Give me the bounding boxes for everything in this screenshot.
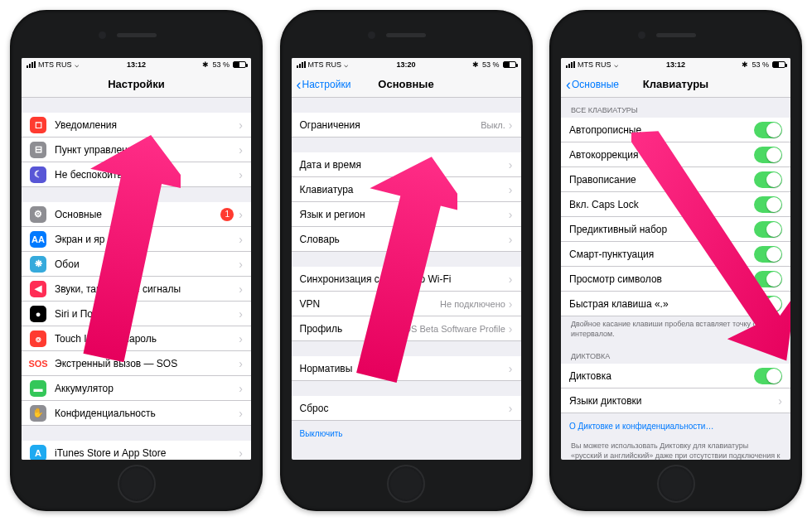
row-label: Словарь (300, 234, 509, 245)
chevron-right-icon: › (239, 332, 243, 345)
navbar: ‹Настройки Основные (292, 71, 521, 98)
list-item[interactable]: ❋Обои› (22, 252, 251, 277)
toggle-switch[interactable] (754, 196, 782, 213)
chevron-right-icon: › (509, 208, 513, 221)
list-item[interactable]: VPNНе подключено› (292, 292, 521, 316)
home-button[interactable] (387, 465, 425, 503)
row-label: Дата и время (300, 159, 509, 171)
toggle-switch[interactable] (754, 221, 782, 238)
list-item[interactable]: ◀Звуки, тактильные сигналы› (22, 277, 251, 302)
list-item[interactable]: ⌾Touch ID и код-пароль› (22, 326, 251, 351)
list-item[interactable]: Предиктивный набор (561, 217, 790, 242)
toggle-switch[interactable] (754, 171, 782, 188)
row-label: Touch ID и код-пароль (55, 333, 239, 345)
page-title: Настройки (108, 78, 165, 90)
list-item[interactable]: Быстрая клавиша «.» (561, 292, 790, 316)
back-button[interactable]: ‹Настройки (297, 71, 351, 98)
row-detail: iOS Beta Software Profile (402, 324, 505, 334)
toggle-switch[interactable] (754, 368, 782, 384)
app-icon: ☾ (30, 166, 46, 183)
back-button[interactable]: ‹Основные (566, 71, 619, 98)
chevron-right-icon: › (509, 273, 513, 286)
wifi-icon: ⌵ (614, 60, 618, 69)
list-item[interactable]: Клавиатура› (292, 177, 521, 202)
list-item[interactable]: AAЭкран и яр› (22, 227, 251, 252)
back-label: Настройки (302, 79, 351, 90)
battery-pct: 53 % (752, 60, 769, 69)
row-label: Экстренный вызов — SOS (55, 358, 239, 369)
bluetooth-icon: ✱ (472, 60, 479, 69)
list-item[interactable]: Диктовка (561, 364, 790, 388)
list-item[interactable]: ПрофильiOS Beta Software Profile› (292, 316, 521, 341)
row-label: О Диктовке и конфиденциальности… (569, 422, 782, 431)
list-item[interactable]: Смарт-пунктуация (561, 242, 790, 267)
list-item[interactable]: ☾Не беспокоить› (22, 162, 251, 187)
list-item[interactable]: Нормативы› (292, 356, 521, 381)
list-item[interactable]: SOSЭкстренный вызов — SOS› (22, 351, 251, 376)
list-item[interactable]: Вкл. Caps Lock (561, 192, 790, 217)
battery-icon (233, 61, 246, 68)
list-item[interactable]: ◻Уведомления› (22, 113, 251, 138)
section-header: ДИКТОВКА (561, 344, 790, 364)
list-item[interactable]: Выключить (292, 421, 521, 446)
status-bar: MTS RUS⌵ 13:12 ✱53 % (561, 58, 790, 71)
row-label: Уведомления (55, 119, 239, 131)
keyboards-list[interactable]: ВСЕ КЛАВИАТУРЫАвтопрописныеАвтокоррекция… (561, 98, 790, 460)
row-label: Синхронизация с iTunes по Wi-Fi (300, 273, 509, 285)
app-icon: ❋ (30, 256, 46, 273)
chevron-right-icon: › (239, 258, 243, 271)
list-item[interactable]: Дата и время› (292, 152, 521, 177)
list-item[interactable]: Язык и регион› (292, 202, 521, 227)
chevron-right-icon: › (239, 446, 243, 460)
toggle-switch[interactable] (754, 296, 782, 312)
row-label: Сброс (300, 403, 509, 414)
phone-1: MTS RUS⌵ 13:12 ✱53 % Настройки ◻Уведомле… (10, 10, 263, 511)
row-label: iTunes Store и App Store (55, 447, 239, 459)
list-item[interactable]: Просмотр символов (561, 267, 790, 292)
settings-list[interactable]: ◻Уведомления›⊟Пункт управления›☾Не беспо… (22, 98, 251, 460)
list-item[interactable]: Синхронизация с iTunes по Wi-Fi› (292, 267, 521, 292)
home-button[interactable] (118, 465, 156, 503)
chevron-right-icon: › (509, 297, 513, 311)
chevron-right-icon: › (239, 357, 243, 370)
chevron-right-icon: › (239, 307, 243, 321)
list-item[interactable]: ✋Конфиденциальность› (22, 401, 251, 426)
list-item[interactable]: ●Siri и Поиск› (22, 302, 251, 326)
list-item[interactable]: ⚙Основные1› (22, 202, 251, 227)
chevron-right-icon: › (239, 143, 243, 157)
signal-icon (566, 61, 575, 68)
navbar: ‹Основные Клавиатуры (561, 71, 790, 98)
list-item[interactable]: Правописание (561, 167, 790, 192)
list-item[interactable]: ▬Аккумулятор› (22, 376, 251, 401)
row-label: Диктовка (569, 370, 754, 382)
home-button[interactable] (657, 465, 695, 503)
signal-icon (27, 61, 36, 68)
battery-icon (772, 61, 785, 68)
list-item[interactable]: Словарь› (292, 227, 521, 252)
chevron-right-icon: › (239, 282, 243, 296)
list-item[interactable]: ⊟Пункт управления› (22, 138, 251, 162)
list-item[interactable]: AiTunes Store и App Store› (22, 441, 251, 460)
section-footer: Вы можете использовать Диктовку для клав… (561, 438, 790, 460)
list-item[interactable]: ОграниченияВыкл.› (292, 113, 521, 138)
chevron-right-icon: › (509, 118, 513, 132)
toggle-switch[interactable] (754, 122, 782, 138)
app-icon: SOS (30, 355, 46, 372)
list-item[interactable]: Языки диктовки› (561, 388, 790, 413)
general-list[interactable]: ОграниченияВыкл.›Дата и время›Клавиатура… (292, 98, 521, 460)
chevron-left-icon: ‹ (297, 77, 302, 92)
chevron-left-icon: ‹ (566, 77, 571, 92)
page-title: Клавиатуры (643, 78, 708, 90)
toggle-switch[interactable] (754, 246, 782, 263)
privacy-link[interactable]: О Диктовке и конфиденциальности… (561, 413, 790, 438)
chevron-right-icon: › (239, 407, 243, 420)
row-label: Язык и регион (300, 209, 509, 220)
row-label: Выключить (300, 429, 513, 438)
chevron-right-icon: › (778, 394, 782, 408)
toggle-switch[interactable] (754, 147, 782, 163)
back-label: Основные (572, 79, 619, 90)
list-item[interactable]: Автопрописные (561, 118, 790, 142)
list-item[interactable]: Сброс› (292, 396, 521, 421)
list-item[interactable]: Автокоррекция (561, 142, 790, 167)
toggle-switch[interactable] (754, 271, 782, 287)
